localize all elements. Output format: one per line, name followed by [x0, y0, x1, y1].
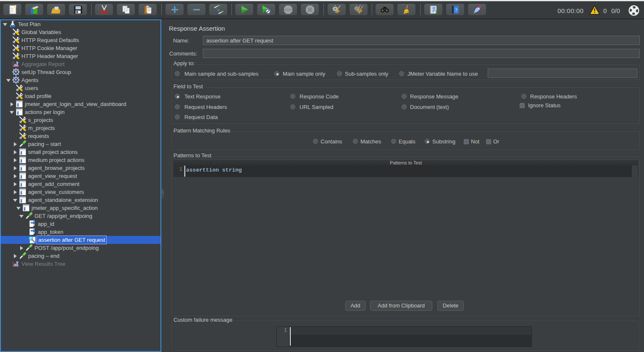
- svg-text:STOP: STOP: [284, 8, 292, 11]
- svg-text:?: ?: [455, 7, 457, 13]
